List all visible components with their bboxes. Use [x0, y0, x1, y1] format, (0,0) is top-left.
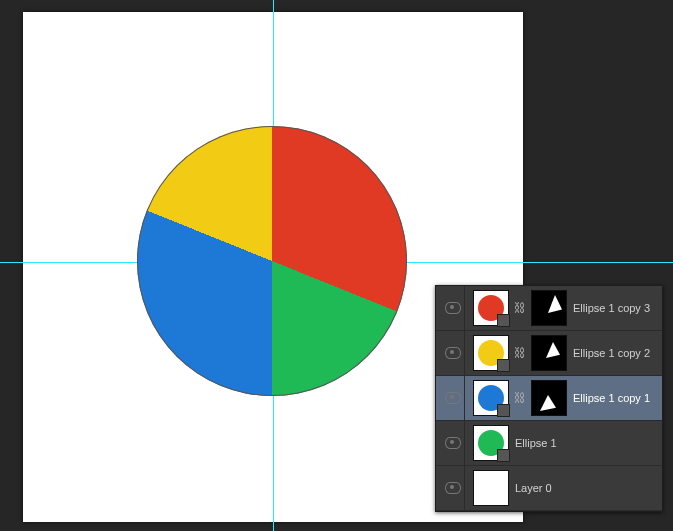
visibility-toggle[interactable]	[442, 331, 465, 375]
shape-layer-icon	[497, 359, 510, 372]
visibility-toggle[interactable]	[442, 286, 465, 330]
visibility-toggle[interactable]	[442, 466, 465, 510]
layer-row[interactable]: ⛓Ellipse 1 copy 1	[436, 376, 662, 421]
layers-panel[interactable]: ⛓Ellipse 1 copy 3⛓Ellipse 1 copy 2⛓Ellip…	[435, 285, 663, 512]
link-icon[interactable]: ⛓	[515, 346, 525, 360]
layer-row[interactable]: Layer 0	[436, 466, 662, 511]
layer-row[interactable]: ⛓Ellipse 1 copy 3	[436, 286, 662, 331]
layer-mask-thumbnail[interactable]	[531, 335, 567, 371]
layer-name[interactable]: Ellipse 1 copy 2	[573, 347, 656, 359]
shape-layer-icon	[497, 314, 510, 327]
layer-name[interactable]: Ellipse 1 copy 3	[573, 302, 656, 314]
visibility-toggle[interactable]	[442, 421, 465, 465]
layer-thumbnail[interactable]	[473, 290, 509, 326]
link-icon[interactable]: ⛓	[515, 301, 525, 315]
link-icon[interactable]: ⛓	[515, 391, 525, 405]
layer-thumbnail[interactable]	[473, 425, 509, 461]
eye-icon	[445, 482, 461, 494]
eye-icon	[445, 302, 461, 314]
eye-icon	[445, 437, 461, 449]
layer-name[interactable]: Ellipse 1 copy 1	[573, 392, 656, 404]
canvas-viewport[interactable]: ⛓Ellipse 1 copy 3⛓Ellipse 1 copy 2⛓Ellip…	[0, 0, 673, 531]
layer-thumbnail[interactable]	[473, 335, 509, 371]
layer-mask-thumbnail[interactable]	[531, 290, 567, 326]
layer-mask-thumbnail[interactable]	[531, 380, 567, 416]
layer-name[interactable]: Ellipse 1	[515, 437, 656, 449]
layer-row[interactable]: ⛓Ellipse 1 copy 2	[436, 331, 662, 376]
layer-name[interactable]: Layer 0	[515, 482, 656, 494]
eye-icon	[445, 347, 461, 359]
shape-layer-icon	[497, 449, 510, 462]
layer-row[interactable]: Ellipse 1	[436, 421, 662, 466]
layer-thumbnail[interactable]	[473, 380, 509, 416]
layer-thumbnail[interactable]	[473, 470, 509, 506]
eye-icon	[445, 392, 461, 404]
visibility-toggle[interactable]	[442, 376, 465, 420]
pie-chart[interactable]	[137, 126, 407, 396]
shape-layer-icon	[497, 404, 510, 417]
